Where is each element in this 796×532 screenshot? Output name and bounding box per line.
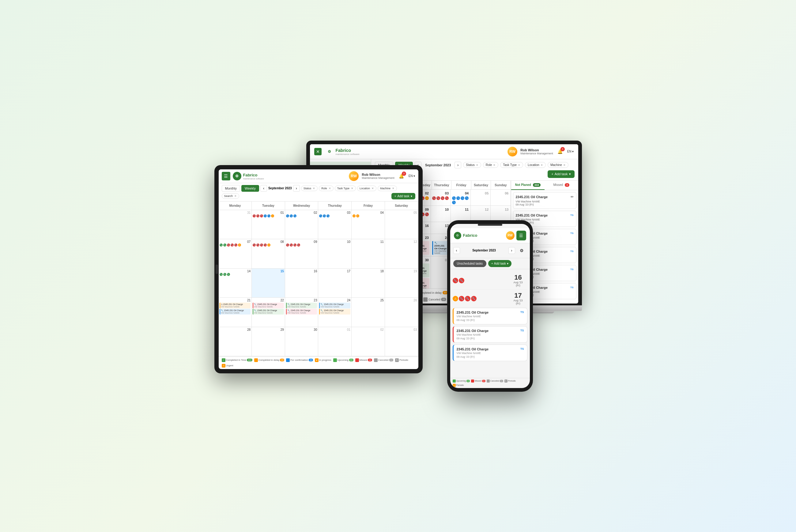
tablet-cell-09[interactable]: 09 🔧 🔧 🔧 🔧 — [285, 239, 319, 268]
tablet-cell-31[interactable]: 31 — [219, 210, 252, 239]
filter-status-clear[interactable]: ✕ — [476, 164, 478, 167]
tl-delay-label: Completed in delay — [259, 359, 279, 361]
tablet-mini-card[interactable]: 🔧 2345.231 Oil ChargeVW Machine NAME — [319, 303, 350, 308]
tablet-cell-28[interactable]: 28 — [219, 327, 252, 356]
tablet-mini-card[interactable]: 🔧 2345.231 Oil ChargeVW Machine NAME — [220, 309, 251, 315]
tablet-cell-05[interactable]: 05 — [385, 210, 418, 239]
cal-cell-04[interactable]: 04 🔧 🔧 🔧 🔧 🔧 — [451, 190, 471, 206]
cal-cell-03[interactable]: 03 🔧 🔧 🔧 🔧 — [431, 190, 451, 206]
phone-task-card-2[interactable]: 2345.231 Oil Charge TS VW Machine NAME 0… — [453, 326, 527, 343]
tablet-cell-08[interactable]: 08 🔧 🔧 🔧 🔧 ⚠ — [252, 239, 285, 268]
tablet-cell-23[interactable]: 23 🔧 2345.231 Oil ChargeVW Machine NAME … — [285, 298, 319, 327]
filter-status[interactable]: Status ✕ — [463, 162, 481, 168]
tablet-dot: 🔧 — [260, 214, 263, 217]
tablet-add-task-btn[interactable]: + Add task ▾ — [392, 193, 415, 200]
filter-machine-label: Machine — [550, 163, 562, 167]
tablet-mini-card[interactable]: 🔧 2345.231 Oil ChargeVW Machine NAME — [286, 309, 317, 315]
hamburger-btn[interactable]: ☰ — [222, 172, 230, 180]
cal-cell-13[interactable]: 13 — [491, 206, 511, 222]
tablet-cell-12[interactable]: 12 — [385, 239, 418, 268]
not-planned-badge: 333 — [533, 183, 541, 187]
tablet-cell-22[interactable]: 22 🔧 2345.231 Oil ChargeVW Machine NAME … — [252, 298, 285, 327]
tablet-filter-machine[interactable]: Machine ✕ — [378, 186, 397, 191]
tab-missed[interactable]: Missed 3 — [545, 181, 578, 190]
filter-role-clear[interactable]: ✕ — [493, 164, 495, 167]
add-task-btn[interactable]: + Add task ▾ — [548, 170, 574, 178]
tablet-dot: 🔧 — [220, 244, 223, 247]
tablet-cell-16[interactable]: 16 — [285, 269, 319, 298]
tablet-mini-card[interactable]: 🔧 2345.231 Oil ChargeVW Machine NAME — [253, 309, 284, 315]
tablet-cell-oct03[interactable]: 03 — [385, 327, 418, 356]
phone-menu-btn[interactable]: ☰ — [516, 231, 526, 241]
tablet-cell-18[interactable]: 18 — [352, 269, 385, 298]
tablet-next-btn[interactable]: › — [293, 185, 300, 192]
tl-canceled-icon — [374, 358, 378, 362]
phone-unscheduled-btn[interactable]: Unscheduled tasks — [453, 260, 487, 267]
tablet-cell-10[interactable]: 10 — [318, 239, 352, 268]
tablet-home-button[interactable] — [215, 265, 218, 274]
tablet-cell-07[interactable]: 07 🔧 🔧 🔧 🔧 🔧 ⚠ — [219, 239, 252, 268]
tablet-view-weekly[interactable]: Weekly — [241, 185, 259, 192]
phone-task-card-3[interactable]: 2345.231 Oil Charge TS VW Machine NAME 0… — [453, 345, 527, 361]
tablet-notif-btn[interactable]: 🔔 3 — [398, 172, 405, 180]
next-period-btn[interactable]: › — [455, 162, 461, 168]
tablet-cell-11[interactable]: 11 — [352, 239, 385, 268]
tablet-filter-location[interactable]: Location ✕ — [357, 186, 376, 191]
filter-location-clear[interactable]: ✕ — [541, 164, 543, 167]
cal-cell-10[interactable]: 10 — [431, 206, 451, 222]
cal-cell-06[interactable]: 06 — [491, 190, 511, 206]
phone-task-1-title: 2345.231 Oil Charge TS — [457, 310, 524, 314]
cal-day-saturday: Saturday — [471, 181, 491, 189]
tablet-cell-oct01[interactable]: 01 — [318, 327, 352, 356]
tablet-cell-17[interactable]: 17 — [318, 269, 352, 298]
phone-add-task-btn[interactable]: + Add task ▾ — [488, 260, 511, 267]
rp-item-1[interactable]: 2345.231 Oil Charge ✏ VW Machine NAME 09… — [513, 192, 576, 209]
tablet-cell-30[interactable]: 30 — [285, 327, 319, 356]
tablet-filter-role[interactable]: Role ✕ — [319, 186, 334, 191]
tablet-filter-task-type[interactable]: Task Type ✕ — [335, 186, 356, 191]
tablet-mini-card[interactable]: 🔧 2345.231 Oil ChargeVW Machine NAME — [253, 303, 284, 308]
tl-confirm-count: 33 — [309, 359, 313, 361]
phone-header-right: RW ☰ — [506, 231, 526, 241]
tablet-cell-19[interactable]: 19 — [385, 269, 418, 298]
sidebar-close-btn[interactable]: ✕ — [314, 148, 322, 155]
phone-filter-btn[interactable]: ⚙ — [517, 246, 527, 255]
tablet-lang-btn[interactable]: EN ▾ — [409, 174, 415, 178]
filter-task-type[interactable]: Task Type ✕ — [500, 162, 523, 168]
filter-role[interactable]: Role ✕ — [483, 162, 499, 168]
tab-not-planned[interactable]: Not Planed 333 — [511, 181, 545, 190]
tablet-cell-29[interactable]: 29 — [252, 327, 285, 356]
tablet-cell-26[interactable]: 26 — [385, 298, 418, 327]
tablet-cell-24[interactable]: 24 🔧 2345.231 Oil ChargeVW Machine NAME … — [318, 298, 352, 327]
tablet-prev-btn[interactable]: ‹ — [260, 185, 267, 192]
tablet-mini-card[interactable]: 🔧 2345.231 Oil ChargeVW Machine NAME — [319, 309, 350, 315]
tablet-week-1: 31 01 🔧 🔧 🔧 🔧 🔧 ⚠ — [219, 210, 418, 240]
notification-btn[interactable]: 🔔 3 — [556, 148, 564, 156]
tablet-view-monthly[interactable]: Monthly — [222, 185, 241, 192]
phone-task-card-1[interactable]: 2345.231 Oil Charge TS VW Machine NAME 0… — [453, 308, 527, 324]
phone-next-btn[interactable]: › — [508, 247, 515, 254]
tablet-search-filter[interactable]: Search ✕ — [222, 193, 240, 199]
tablet-cell-02[interactable]: 02 🔧 🔧 🔧 — [285, 210, 319, 239]
filter-machine[interactable]: Machine ✕ — [548, 162, 568, 168]
tablet-mini-card[interactable]: ⚠ 2345.231 Oil ChargeVW Machine NAME — [220, 303, 251, 308]
tablet-cell-14[interactable]: 14 🔧 🔧 🔧 — [219, 269, 252, 298]
filter-task-type-clear[interactable]: ✕ — [518, 164, 520, 167]
tablet-cell-oct02[interactable]: 02 — [352, 327, 385, 356]
tablet-cell-03[interactable]: 03 🔧 🔧 🔧 — [318, 210, 352, 239]
cal-cell-05[interactable]: 05 — [471, 190, 491, 206]
cal-cell-12[interactable]: 12 — [471, 206, 491, 222]
language-btn[interactable]: EN ▾ — [567, 150, 574, 153]
filter-location[interactable]: Location ✕ — [525, 162, 546, 168]
tablet-cell-25[interactable]: 25 — [352, 298, 385, 327]
tablet-cell-15-today[interactable]: 15 — [252, 269, 285, 298]
cal-cell-11[interactable]: 11 — [451, 206, 471, 222]
phone-prev-btn[interactable]: ‹ — [453, 247, 460, 254]
tab-not-planned-label: Not Planed — [515, 183, 531, 187]
tablet-cell-21[interactable]: 21 ⚠ 2345.231 Oil ChargeVW Machine NAME … — [219, 298, 252, 327]
tablet-mini-card[interactable]: 🔧 2345.231 Oil ChargeVW Machine NAME — [286, 303, 317, 308]
tablet-cell-04[interactable]: 04 ⚠ ⚠ — [352, 210, 385, 239]
filter-machine-clear[interactable]: ✕ — [563, 164, 566, 167]
tablet-cell-01[interactable]: 01 🔧 🔧 🔧 🔧 🔧 ⚠ — [252, 210, 285, 239]
tablet-filter-status[interactable]: Status ✕ — [301, 186, 318, 191]
